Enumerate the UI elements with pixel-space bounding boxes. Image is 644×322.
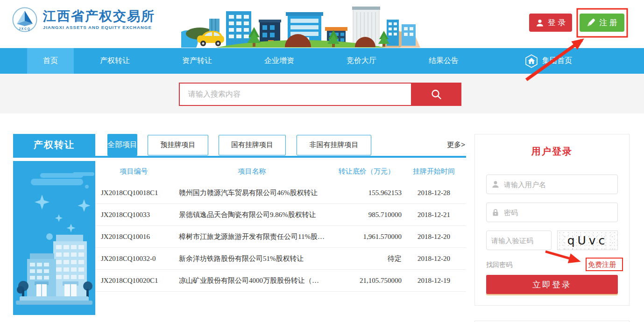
more-link[interactable]: 更多>: [447, 140, 466, 149]
nav-label: 企业增资: [264, 56, 294, 66]
password-field[interactable]: [486, 203, 618, 222]
project-price: 待定: [332, 254, 402, 263]
org-name-cn: 江西省产权交易所: [43, 9, 155, 24]
captcha-field[interactable]: [486, 231, 552, 250]
table-row[interactable]: JX2018CQ10016 樟树市江旅龙源旅游开发有限责任公司11%股… 1,9…: [95, 226, 466, 248]
nav-item-property-transfer[interactable]: 产权转让: [74, 48, 156, 74]
project-price: 985.710000: [332, 211, 402, 219]
table-row[interactable]: JX2018CQ10032-0 新余洋坊铁路股份有限公司51%股权转让 待定 2…: [95, 248, 466, 270]
project-name[interactable]: 赣州国力赣源汽车贸易有限公司46%股权转让: [172, 189, 332, 197]
project-code: JX2018CQ10020C1: [95, 277, 172, 285]
nav-label: 竞价大厅: [347, 56, 376, 66]
username-field[interactable]: [486, 175, 618, 194]
nav-item-group-home[interactable]: 集团首页: [525, 48, 572, 74]
nav-label: 首页: [43, 56, 58, 66]
svg-text:JXCQ: JXCQ: [19, 27, 31, 31]
table-row[interactable]: JX2018CQ10033 景德镇逸品天合陶瓷有限公司9.86%股权转让 985…: [95, 204, 466, 226]
logo-icon: JXCQ: [12, 7, 37, 32]
nav-item-bidding-hall[interactable]: 竞价大厅: [320, 48, 403, 74]
site-header: JXCQ 江西省产权交易所 JIANGXI ASSETS AND EQUITY …: [0, 0, 644, 48]
project-date: 2018-12-20: [402, 255, 466, 263]
nav-label: 资产转让: [182, 56, 212, 66]
brand-text: 江西省产权交易所 JIANGXI ASSETS AND EQUITY EXCHA…: [43, 9, 155, 30]
project-date: 2018-12-19: [402, 277, 466, 285]
project-date: 2018-12-20: [402, 233, 466, 241]
pencil-icon: [587, 18, 595, 27]
home-icon: [525, 54, 538, 68]
nav-label: 产权转让: [100, 56, 130, 66]
login-panel-title: 用户登录: [475, 145, 629, 158]
tab-non-state-owned[interactable]: 非国有挂牌项目: [297, 135, 371, 155]
nav-item-result-announcement[interactable]: 结果公告: [403, 48, 485, 74]
page: JXCQ 江西省产权交易所 JIANGXI ASSETS AND EQUITY …: [0, 0, 644, 322]
project-name[interactable]: 凉山矿业股份有限公司4000万股股份转让（…: [172, 276, 332, 285]
forgot-password-link[interactable]: 找回密码: [486, 261, 512, 269]
table-row[interactable]: JX2018CQ10018C1 赣州国力赣源汽车贸易有限公司46%股权转让 15…: [95, 182, 466, 204]
login-now-button[interactable]: 立即登录: [486, 275, 618, 294]
col-header-price: 转让底价（万元）: [332, 167, 402, 176]
nav-label: 集团首页: [542, 56, 572, 66]
table-row[interactable]: JX2018CQ10020C1 凉山矿业股份有限公司4000万股股份转让（… 2…: [95, 270, 466, 292]
col-header-code: 项目编号: [95, 167, 172, 176]
tab-all-projects[interactable]: 全部项目: [107, 134, 137, 156]
project-name[interactable]: 樟树市江旅龙源旅游开发有限责任公司11%股…: [172, 232, 332, 241]
nav-item-asset-transfer[interactable]: 资产转让: [156, 48, 238, 74]
project-name[interactable]: 景德镇逸品天合陶瓷有限公司9.86%股权转让: [172, 210, 332, 219]
col-header-date: 挂牌开始时间: [402, 167, 466, 176]
project-code: JX2018CQ10032-0: [95, 255, 172, 263]
col-header-name: 项目名称: [172, 167, 332, 176]
nav-item-capital-increase[interactable]: 企业增资: [238, 48, 320, 74]
person-icon: [536, 19, 544, 27]
project-code: JX2018CQ10018C1: [95, 189, 172, 197]
project-name[interactable]: 新余洋坊铁路股份有限公司51%股权转让: [172, 254, 332, 263]
lock-icon: [491, 208, 500, 217]
project-code: JX2018CQ10016: [95, 233, 172, 241]
nav-item-home[interactable]: 首页: [27, 48, 74, 74]
tabs-underline: [13, 156, 466, 158]
tab-pre-listing[interactable]: 预挂牌项目: [148, 135, 208, 155]
project-price: 21,105.750000: [332, 277, 402, 285]
project-table: 项目编号 项目名称 转让底价（万元） 挂牌开始时间 JX2018CQ10018C…: [95, 161, 466, 292]
nav-label: 结果公告: [429, 56, 459, 66]
table-header-row: 项目编号 项目名称 转让底价（万元） 挂牌开始时间: [95, 161, 466, 182]
property-transfer-section-header: 产权转让 全部项目 预挂牌项目 国有挂牌项目 非国有挂牌项目 更多>: [13, 134, 466, 156]
project-date: 2018-12-21: [402, 211, 466, 219]
username-input[interactable]: [504, 181, 613, 189]
site-logo[interactable]: JXCQ 江西省产权交易所 JIANGXI ASSETS AND EQUITY …: [12, 7, 155, 32]
password-input[interactable]: [504, 209, 613, 217]
free-register-link[interactable]: 免费注册: [586, 259, 618, 270]
register-button[interactable]: 注 册: [580, 14, 624, 32]
night-city-illustration: [13, 161, 95, 315]
captcha-image[interactable]: qUvc: [557, 231, 618, 250]
login-button-label: 登 录: [548, 17, 566, 28]
city-illustration: [181, 3, 420, 48]
section-title: 产权转让: [13, 134, 95, 156]
search-icon: [430, 88, 442, 100]
register-button-label: 注 册: [599, 17, 617, 28]
login-button[interactable]: 登 录: [529, 14, 572, 32]
user-login-panel: 用户登录 qUvc 找回密码 免费注册 立即登录: [474, 134, 630, 306]
project-code: JX2018CQ10033: [95, 211, 172, 219]
main-nav: 首页 产权转让 资产转让 企业增资 竞价大厅 结果公告 集团首页: [0, 48, 644, 74]
search-input[interactable]: [179, 83, 411, 106]
person-icon: [491, 180, 500, 189]
tab-state-owned[interactable]: 国有挂牌项目: [219, 135, 286, 155]
project-price: 155.962153: [332, 189, 402, 197]
search-button[interactable]: [411, 83, 461, 106]
org-name-en: JIANGXI ASSETS AND EQUITY EXCHANGE: [43, 25, 155, 30]
project-date: 2018-12-28: [402, 189, 466, 197]
project-price: 1,961.570000: [332, 233, 402, 241]
search-section: [0, 74, 644, 113]
